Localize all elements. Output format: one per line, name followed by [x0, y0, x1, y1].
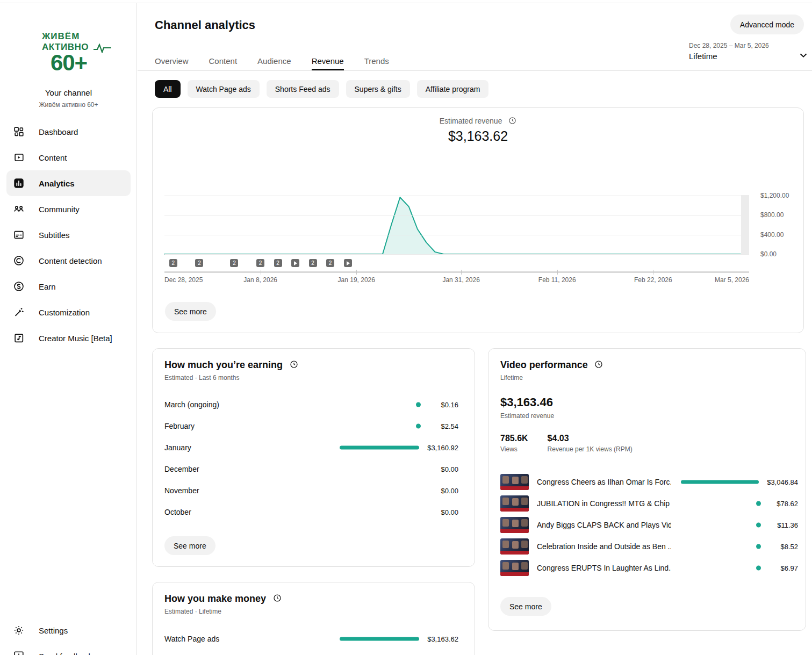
- video-stat-value: $4.03: [548, 434, 633, 443]
- metric-row: Watch Page ads$3,163.62: [153, 628, 475, 650]
- video-stat: $4.03Revenue per 1K views (RPM): [548, 434, 633, 453]
- row-dot: [416, 402, 421, 407]
- chip-supers-gifts[interactable]: Supers & gifts: [346, 80, 410, 98]
- future-date-strip: [741, 195, 749, 254]
- clock-icon: [594, 360, 603, 369]
- video-row[interactable]: Congress Cheers as Ilhan Omar Is Forc...…: [488, 471, 806, 493]
- video-marker-play-badge[interactable]: [291, 259, 299, 267]
- video-thumbnail[interactable]: [500, 495, 529, 512]
- channel-name: Живём активно 60+: [0, 101, 137, 109]
- analytics-icon: [13, 177, 25, 189]
- row-value: $3,046.84: [767, 478, 798, 486]
- sidebar-item-creator-music-beta[interactable]: Creator Music [Beta]: [6, 325, 131, 351]
- gridline: [164, 196, 749, 196]
- row-bar: [340, 637, 419, 641]
- chip-watch-page-ads[interactable]: Watch Page ads: [188, 80, 260, 98]
- row-value: $78.62: [777, 500, 798, 508]
- logo-line-3: 60+: [42, 52, 96, 74]
- sidebar-item-subtitles[interactable]: Subtitles: [6, 222, 131, 248]
- y-axis-label: $400.00: [760, 231, 784, 239]
- row-label: Watch Page ads: [164, 635, 219, 643]
- sidebar-item-content-detection[interactable]: Content detection: [6, 248, 131, 273]
- video-marker-count-badge[interactable]: 2: [169, 259, 177, 267]
- video-marker-count-badge[interactable]: 2: [195, 259, 203, 267]
- metric-label: Estimated revenue: [153, 117, 803, 125]
- chart-see-more-button[interactable]: See more: [165, 302, 216, 321]
- chip-affiliate-program[interactable]: Affiliate program: [417, 80, 489, 98]
- video-marker-count-badge[interactable]: 2: [309, 259, 317, 267]
- revenue-chart-card: Estimated revenue $3,163.62 See more $1,…: [152, 107, 804, 333]
- tab-trends[interactable]: Trends: [364, 51, 389, 70]
- video-stat-label: Revenue per 1K views (RPM): [548, 445, 633, 453]
- video-row[interactable]: JUBILATION in Congress!! MTG & Chip ...$…: [488, 493, 806, 514]
- sidebar-item-earn[interactable]: Earn: [6, 273, 131, 299]
- sidebar-item-content[interactable]: Content: [6, 145, 131, 170]
- row-dot: [756, 566, 761, 571]
- video-thumbnail[interactable]: [500, 538, 529, 555]
- row-dot: [756, 501, 761, 506]
- video-marker-count-badge[interactable]: 2: [274, 259, 282, 267]
- row-label: December: [164, 465, 199, 473]
- timeline-scrubber[interactable]: [164, 271, 749, 273]
- metric-row: October$0.00: [153, 501, 475, 523]
- community-icon: [13, 203, 25, 215]
- video-rows: Congress Cheers as Ilhan Omar Is Forc...…: [488, 471, 806, 579]
- row-value: $0.00: [441, 487, 458, 495]
- revenue-line-chart[interactable]: [164, 195, 749, 256]
- video-card-revenue: $3,163.46: [500, 395, 794, 409]
- tab-audience[interactable]: Audience: [257, 51, 291, 70]
- sidebar-item-customization[interactable]: Customization: [6, 299, 131, 325]
- video-marker-count-badge[interactable]: 2: [230, 259, 238, 267]
- chip-shorts-feed-ads[interactable]: Shorts Feed ads: [267, 80, 339, 98]
- video-thumbnail[interactable]: [500, 474, 529, 490]
- x-axis-label: Mar 5, 2026: [715, 276, 749, 284]
- sidebar-item-settings[interactable]: Settings: [6, 617, 131, 643]
- sidebar-item-community[interactable]: Community: [6, 196, 131, 222]
- video-stat-value: 785.6K: [500, 434, 528, 443]
- y-axis-label: $0.00: [760, 250, 777, 258]
- video-marker-count-badge[interactable]: 2: [256, 259, 264, 267]
- row-value: $0.00: [441, 465, 458, 473]
- video-row[interactable]: Congress ERUPTS In Laughter As Lind...$6…: [488, 557, 806, 579]
- revenue-filter-chips: AllWatch Page adsShorts Feed adsSupers &…: [155, 80, 488, 98]
- sidebar-item-label: Customization: [39, 308, 90, 317]
- sidebar-item-dashboard[interactable]: Dashboard: [6, 119, 131, 145]
- video-stat-label: Views: [500, 445, 528, 453]
- tab-revenue[interactable]: Revenue: [312, 51, 344, 70]
- video-thumbnail[interactable]: [500, 517, 529, 533]
- dashboard-icon: [13, 126, 25, 138]
- tab-overview[interactable]: Overview: [155, 51, 189, 70]
- video-performance-card: Video performance Lifetime $3,163.46 Est…: [488, 348, 806, 631]
- video-card-revenue-label: Estimated revenue: [500, 412, 794, 420]
- row-label: February: [164, 422, 195, 430]
- metric-row: February$2.54: [153, 415, 475, 437]
- settings-icon: [13, 624, 25, 636]
- tab-content[interactable]: Content: [209, 51, 238, 70]
- chip-all[interactable]: All: [155, 80, 181, 98]
- video-marker-count-badge[interactable]: 2: [326, 259, 334, 267]
- your-channel-label: Your channel: [0, 88, 137, 97]
- sidebar-item-label: Dashboard: [39, 127, 78, 136]
- video-see-more-button[interactable]: See more: [500, 597, 551, 616]
- page-title: Channel analytics: [155, 18, 255, 32]
- sidebar: ЖИВЁМ АКТИВНО 60+ Your channel Живём акт…: [0, 3, 137, 655]
- video-row[interactable]: Andy Biggs CLAPS BACK and Plays Vid...$1…: [488, 514, 806, 536]
- earning-see-more-button[interactable]: See more: [164, 536, 215, 555]
- sidebar-item-analytics[interactable]: Analytics: [6, 170, 131, 196]
- video-marker-play-badge[interactable]: [344, 259, 352, 267]
- row-value: $0.16: [441, 401, 458, 409]
- sidebar-item-label: Settings: [39, 626, 68, 635]
- analytics-tabs: OverviewContentAudienceRevenueTrends: [138, 51, 812, 71]
- logo-line-2: АКТИВНО: [42, 42, 96, 53]
- sidebar-item-send-feedback[interactable]: Send feedback: [6, 643, 131, 655]
- video-thumbnail[interactable]: [500, 560, 529, 576]
- x-axis-label: Jan 19, 2026: [338, 276, 375, 284]
- metric-row: December$0.00: [153, 458, 475, 480]
- row-label: January: [164, 443, 191, 452]
- heartbeat-icon: [94, 44, 112, 53]
- content-detection-icon: [13, 255, 25, 267]
- customization-icon: [13, 306, 25, 318]
- advanced-mode-button[interactable]: Advanced mode: [730, 15, 804, 34]
- video-card-stats: 785.6KViews$4.03Revenue per 1K views (RP…: [500, 434, 794, 453]
- video-row[interactable]: Celebration Inside and Outside as Ben ..…: [488, 536, 806, 557]
